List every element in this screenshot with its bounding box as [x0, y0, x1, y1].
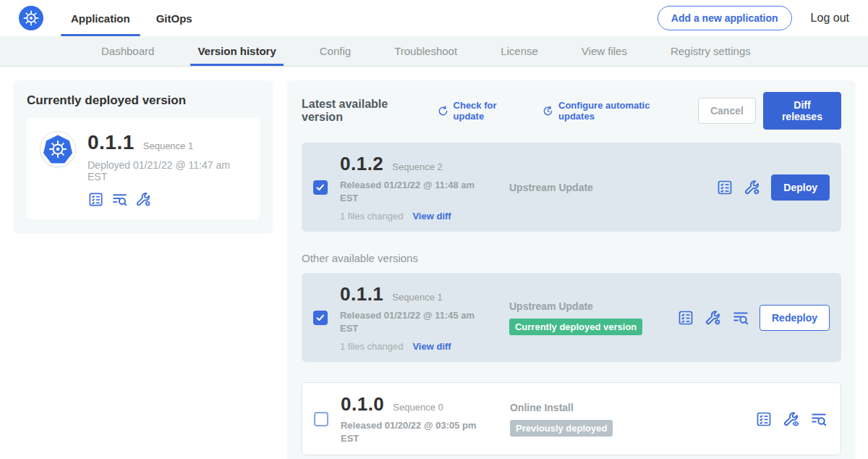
brand-logo [19, 0, 43, 36]
version-number: 0.1.1 [340, 283, 383, 306]
tab-gitops[interactable]: GitOps [156, 0, 192, 36]
version-card-0-1-0: 0.1.0 Sequence 0 Released 01/20/22 @ 03:… [302, 382, 841, 455]
version-card-0-1-2: 0.1.2 Sequence 2 Released 01/21/22 @ 11:… [302, 143, 841, 232]
view-diff-link[interactable]: View diff [412, 341, 451, 352]
logout-link[interactable]: Log out [811, 12, 849, 25]
config-view-icon[interactable] [783, 410, 800, 428]
version-card-0-1-1: 0.1.1 Sequence 1 Released 01/21/22 @ 11:… [302, 273, 841, 362]
version-number: 0.1.0 [341, 393, 384, 416]
app-subnav: Dashboard Version history Config Trouble… [0, 36, 868, 67]
subnav-dashboard[interactable]: Dashboard [101, 36, 154, 66]
preflight-checks-icon[interactable] [732, 309, 749, 327]
subnav-view-files[interactable]: View files [582, 36, 627, 66]
app-logo-badge [40, 131, 76, 167]
deployed-version-card: 0.1.1 Sequence 1 Deployed 01/21/22 @ 11:… [27, 118, 260, 219]
sequence-label: Sequence 1 [392, 292, 442, 303]
released-timestamp: Released 01/21/22 @ 11:48 am EST [340, 179, 482, 204]
version-source-label: Upstream Update [509, 300, 677, 312]
redeploy-button[interactable]: Redeploy [760, 305, 830, 331]
preflight-checks-icon[interactable] [111, 191, 128, 208]
previously-deployed-badge: Previously deployed [510, 420, 613, 437]
deployed-version-number: 0.1.1 [88, 131, 135, 154]
version-checkbox[interactable] [314, 412, 328, 426]
release-notes-icon[interactable] [716, 179, 733, 196]
add-application-button[interactable]: Add a new application [658, 6, 792, 30]
subnav-license[interactable]: License [501, 36, 538, 66]
config-gear-icon[interactable] [744, 179, 761, 196]
release-notes-icon[interactable] [677, 309, 694, 327]
view-diff-link[interactable]: View diff [412, 211, 451, 222]
latest-available-panel: Latest available version Check for updat… [287, 80, 856, 459]
check-for-update-link[interactable]: Check for update [437, 100, 526, 122]
top-nav: Application GitOps Add a new application… [0, 0, 868, 36]
clock-refresh-icon [542, 105, 554, 117]
version-source-label: Online Install [510, 402, 678, 413]
kubernetes-logo-icon [19, 6, 43, 30]
preflight-checks-icon[interactable] [810, 410, 827, 428]
latest-available-title: Latest available version [302, 98, 427, 124]
files-changed-label: 1 files changed [340, 341, 403, 352]
subnav-config[interactable]: Config [320, 36, 351, 66]
cancel-button[interactable]: Cancel [698, 98, 756, 124]
files-changed-label: 1 files changed [340, 211, 403, 222]
check-for-update-label: Check for update [454, 100, 526, 122]
subnav-troubleshoot[interactable]: Troubleshoot [394, 36, 457, 66]
configure-updates-link[interactable]: Configure automatic updates [542, 100, 682, 122]
kubernetes-logo-icon [43, 135, 72, 164]
subnav-version-history[interactable]: Version history [197, 36, 276, 66]
sequence-label: Sequence 2 [392, 161, 442, 172]
deployed-timestamp: Deployed 01/21/22 @ 11:47 am EST [88, 159, 247, 182]
config-gear-icon[interactable] [705, 309, 722, 327]
released-timestamp: Released 01/20/22 @ 03:05 pm EST [341, 419, 482, 445]
deploy-button[interactable]: Deploy [771, 174, 830, 201]
currently-deployed-title: Currently deployed version [27, 93, 260, 108]
configure-updates-label: Configure automatic updates [558, 100, 682, 122]
currently-deployed-badge: Currently deployed version [509, 319, 642, 335]
release-notes-icon[interactable] [88, 191, 104, 208]
sequence-label: Sequence 0 [393, 402, 443, 413]
release-notes-icon[interactable] [755, 410, 773, 428]
subnav-registry-settings[interactable]: Registry settings [671, 36, 751, 66]
version-number: 0.1.2 [340, 153, 383, 175]
version-source-label: Upstream Update [509, 182, 677, 193]
diff-releases-button[interactable]: Diff releases [763, 92, 841, 130]
deployed-sequence-label: Sequence 1 [143, 140, 193, 151]
config-gear-icon[interactable] [135, 191, 152, 208]
refresh-icon [437, 105, 449, 117]
version-checkbox[interactable] [313, 311, 328, 325]
top-nav-tabs: Application GitOps [71, 0, 192, 36]
released-timestamp: Released 01/21/22 @ 11:45 am EST [340, 309, 482, 334]
version-checkbox[interactable] [313, 180, 328, 195]
currently-deployed-panel: Currently deployed version 0.1.1 Sequenc… [14, 80, 273, 234]
tab-application[interactable]: Application [71, 0, 130, 36]
other-versions-label: Other available versions [302, 252, 841, 264]
